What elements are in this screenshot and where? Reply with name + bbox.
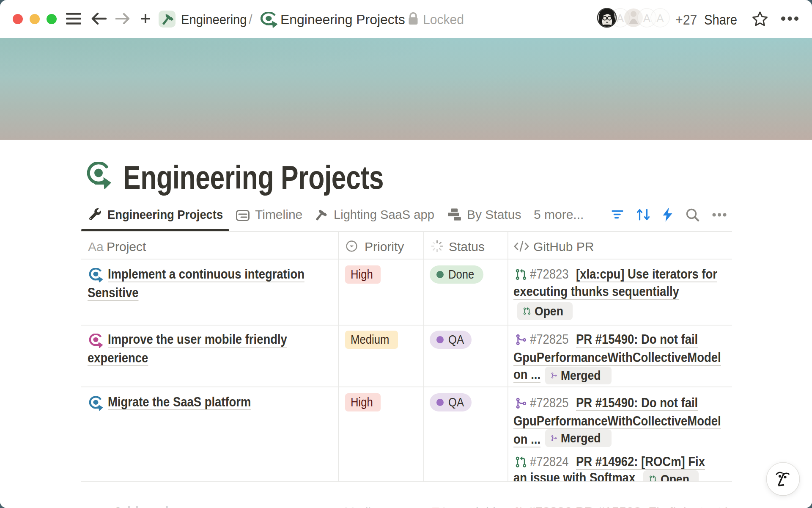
svg-text:A: A [643, 12, 651, 25]
svg-text:A: A [617, 12, 624, 25]
svg-text:A: A [656, 12, 664, 25]
